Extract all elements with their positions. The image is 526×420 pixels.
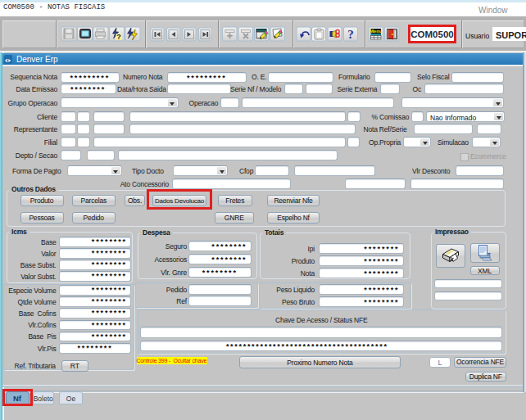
svg-text:?: ? [116,33,121,41]
svg-text:Menu: Menu [370,29,383,34]
svg-text:?: ? [347,28,354,41]
